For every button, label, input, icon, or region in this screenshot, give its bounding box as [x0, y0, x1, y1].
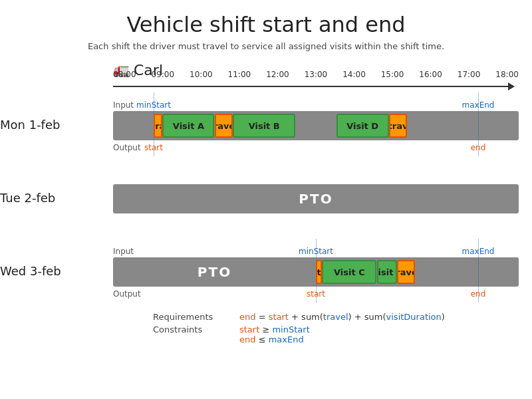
shift-bar: traVisit AtravelVisit BVisit Dtrav: [113, 111, 519, 140]
hour-label: 18:00: [495, 70, 519, 79]
hour-label: 13:00: [305, 70, 328, 79]
requirements-value: end = start + sum(travel) + sum(visitDur…: [239, 312, 445, 322]
visit-block: Visit B: [233, 114, 296, 138]
visit-block: travel: [215, 114, 233, 138]
schedule-row: Tue 2-febPTO: [113, 166, 519, 229]
input-label: Input: [113, 100, 134, 110]
schedule-row: Wed 3-febInputminStartmaxEndtVisit CVisi…: [113, 239, 519, 303]
row-label: Mon 1-feb: [0, 118, 60, 132]
annotations-above: InputminStartmaxEnd: [113, 239, 519, 257]
hour-label: 17:00: [458, 70, 481, 79]
timeline-axis: [113, 82, 519, 91]
annotations-above: InputminStartmaxEnd: [113, 92, 519, 111]
minStart-label: minStart: [299, 247, 333, 256]
visit-block: trav: [389, 114, 407, 138]
shift-bar: tVisit CVisit EtravelPTO: [113, 257, 519, 287]
row-label: Wed 3-feb: [0, 264, 61, 278]
annotations-below: Outputstartend: [113, 287, 519, 303]
hour-label: 08:00: [113, 70, 136, 79]
page-subtitle: Each shift the driver must travel to ser…: [0, 41, 532, 51]
hour-label: 16:00: [419, 70, 442, 79]
end-output-label: end: [471, 143, 486, 152]
maxEnd-label: maxEnd: [462, 247, 495, 256]
pto-block: PTO: [113, 257, 316, 287]
minStart-label: minStart: [136, 100, 171, 110]
requirements-section: Requirements end = start + sum(travel) +…: [113, 312, 519, 344]
maxEnd-label: maxEnd: [462, 100, 495, 110]
hour-label: 11:00: [228, 70, 251, 79]
input-label: Input: [113, 247, 134, 256]
requirements-label: Requirements: [153, 312, 239, 322]
output-label: Output: [113, 143, 141, 152]
hour-label: 09:00: [152, 70, 175, 79]
visit-block: travel: [397, 260, 415, 284]
constraints-label: Constraints: [153, 325, 239, 334]
visit-block: tra: [154, 114, 162, 138]
visit-block: Visit E: [377, 260, 398, 284]
start-output-label: start: [307, 289, 325, 299]
hour-label: 14:00: [342, 70, 366, 79]
hour-label: 15:00: [381, 70, 404, 79]
end-output-label: end: [471, 289, 486, 299]
schedule-row: Mon 1-febInputminStartmaxEndtraVisit Atr…: [113, 92, 519, 156]
visit-block: t: [316, 260, 322, 284]
hour-label: 12:00: [266, 70, 289, 79]
constraints-line2: end ≤ maxEnd: [239, 334, 310, 344]
hour-labels-row: 08:0009:0010:0011:0012:0013:0014:0015:00…: [113, 58, 519, 82]
start-output-label: start: [144, 143, 163, 152]
page-title: Vehicle shift start and end: [0, 0, 532, 41]
row-label: Tue 2-feb: [0, 191, 55, 205]
pto-label: PTO: [299, 191, 332, 207]
visit-block: Visit C: [322, 260, 376, 284]
visit-block: Visit D: [336, 114, 389, 138]
annotations-below: Outputstartend: [113, 140, 519, 156]
output-label: Output: [113, 289, 141, 299]
constraints-line1: start ≥ minStart: [239, 325, 310, 334]
visit-block: Visit A: [162, 114, 214, 138]
shift-bar-pto: PTO: [113, 184, 519, 213]
hour-label: 10:00: [190, 70, 213, 79]
